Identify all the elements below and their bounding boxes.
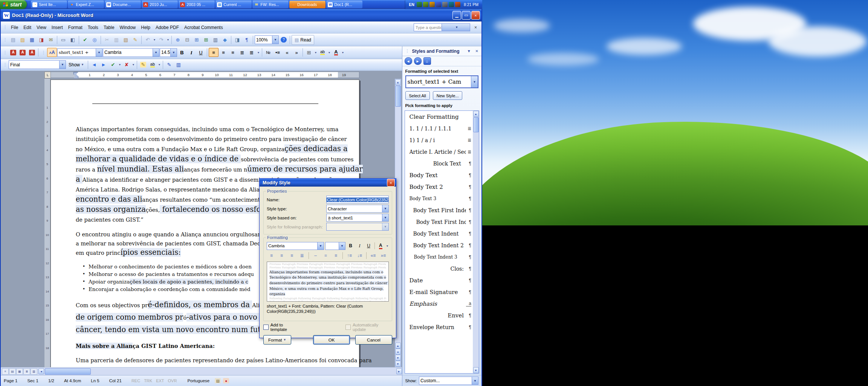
web-layout-view-icon[interactable]: ▤ bbox=[9, 368, 16, 375]
print-preview-icon[interactable]: ◧ bbox=[68, 36, 77, 44]
style-item[interactable]: Envelope Return¶ bbox=[405, 321, 473, 333]
tray-icon[interactable] bbox=[442, 2, 448, 7]
taskbar-button[interactable]: ●Expert Z... bbox=[68, 1, 104, 8]
dialog-align-right-icon[interactable]: ≡ bbox=[287, 251, 296, 260]
permission-icon[interactable]: ◨ bbox=[37, 36, 46, 44]
title-bar[interactable]: W Doc1 (Read-Only) - Microsoft Word ▁ ▭ … bbox=[1, 9, 481, 21]
chevron-down-icon[interactable]: ▼ bbox=[382, 205, 388, 212]
menu-help[interactable]: Help bbox=[138, 24, 153, 31]
scroll-up-icon[interactable]: ▲ bbox=[473, 111, 479, 117]
style-item[interactable]: Body Text 2¶ bbox=[405, 181, 473, 193]
dialog-font-color-icon[interactable]: A bbox=[377, 242, 385, 250]
tray-icon[interactable] bbox=[417, 2, 422, 7]
chevron-down-icon[interactable]: ▼ bbox=[327, 48, 331, 57]
style-type-combo[interactable]: Character ▼ bbox=[326, 205, 389, 213]
toolbar-grip[interactable]: ⋮ bbox=[2, 50, 8, 55]
chevron-down-icon[interactable]: ▼ bbox=[314, 48, 318, 57]
pane-header[interactable]: ⋮ Styles and Formatting ▼ ✕ bbox=[402, 46, 482, 56]
style-item[interactable]: Emphasisa bbox=[405, 298, 473, 309]
new-style-button[interactable]: New Style... bbox=[433, 91, 463, 100]
style-item[interactable]: Body Text Indent 2¶ bbox=[405, 239, 473, 251]
dialog-italic-icon[interactable]: I bbox=[356, 242, 364, 250]
style-item[interactable]: Clear Formatting bbox=[405, 111, 473, 123]
line-spacing-icon[interactable]: ≣ bbox=[247, 48, 256, 57]
convert-to-pdf-email-icon[interactable]: A bbox=[18, 48, 27, 57]
chevron-down-icon[interactable]: ▼ bbox=[157, 61, 161, 69]
chevron-down-icon[interactable]: ▼ bbox=[170, 49, 177, 57]
scroll-down-icon[interactable]: ▼ bbox=[395, 361, 401, 367]
justify-icon[interactable]: ≣ bbox=[238, 48, 247, 57]
style-item[interactable]: Clos:¶ bbox=[405, 263, 473, 274]
menu-window[interactable]: Window bbox=[117, 24, 139, 31]
style-item[interactable]: Date¶ bbox=[405, 274, 473, 286]
tray-icon[interactable] bbox=[423, 2, 428, 7]
pane-scroll-thumb[interactable] bbox=[473, 117, 479, 132]
scroll-left-icon[interactable]: ◄ bbox=[38, 368, 44, 374]
style-item[interactable]: Body Text Indent¶ bbox=[405, 228, 473, 239]
style-item[interactable]: Article I. Article / Sec≣ bbox=[405, 146, 473, 158]
redo-icon[interactable]: ↷ bbox=[157, 36, 166, 44]
ok-button[interactable]: OK bbox=[313, 335, 350, 345]
style-item[interactable]: 1) 1 / a / i≣ bbox=[405, 134, 473, 146]
insert-hyperlink-icon[interactable]: ⊕ bbox=[173, 36, 182, 44]
style-item[interactable]: Body Text First Inde:¶ bbox=[405, 204, 473, 216]
styles-and-formatting-icon[interactable]: AA bbox=[47, 48, 57, 57]
toolbar-grip[interactable]: ⋮ bbox=[2, 25, 8, 30]
font-combo[interactable]: Cambria ▼ bbox=[103, 48, 159, 57]
status-toggle[interactable]: TRK bbox=[144, 378, 152, 383]
toolbar-grip[interactable]: ⋮ bbox=[2, 62, 8, 67]
numbering-icon[interactable]: № bbox=[264, 48, 273, 57]
chevron-down-icon[interactable]: ▼ bbox=[442, 24, 470, 31]
email-icon[interactable]: ✉ bbox=[46, 36, 55, 44]
scroll-down-icon[interactable]: ▼ bbox=[473, 367, 479, 373]
convert-to-pdf-review-icon[interactable]: A bbox=[28, 48, 37, 57]
save-icon[interactable]: ▦ bbox=[28, 36, 37, 44]
tables-borders-icon[interactable]: ⊟ bbox=[183, 36, 192, 44]
insert-excel-icon[interactable]: ⊞ bbox=[202, 36, 211, 44]
menu-format[interactable]: Format bbox=[66, 24, 85, 31]
menu-file[interactable]: File bbox=[8, 24, 21, 31]
dialog-increase-indent-icon[interactable]: »≡ bbox=[379, 251, 388, 260]
vertical-ruler[interactable]: 123456789101112131415161718 bbox=[44, 79, 50, 367]
show-combo[interactable]: Custom... ▼ bbox=[419, 377, 478, 385]
dialog-font-combo[interactable]: Cambria ▼ bbox=[267, 242, 324, 250]
accept-change-icon[interactable]: ✔ bbox=[108, 61, 118, 69]
chevron-down-icon[interactable]: ▼ bbox=[472, 377, 478, 384]
style-item[interactable]: Body Text Indent 3¶ bbox=[405, 251, 473, 263]
dialog-increase-paragraph-spacing-icon[interactable]: ↑≡ bbox=[345, 251, 354, 260]
spelling-grammar-icon[interactable]: ✔ bbox=[81, 36, 90, 44]
cut-icon[interactable]: ✂ bbox=[102, 36, 112, 44]
decrease-indent-icon[interactable]: « bbox=[283, 48, 292, 57]
style-based-on-combo[interactable]: a short_text1 ▼ bbox=[326, 214, 389, 222]
chevron-down-icon[interactable]: ▼ bbox=[257, 48, 260, 57]
tray-icon[interactable] bbox=[436, 2, 441, 7]
chevron-down-icon[interactable]: ▼ bbox=[382, 214, 388, 221]
highlight-icon[interactable]: ab bbox=[318, 48, 327, 57]
help-icon[interactable]: ? bbox=[279, 36, 288, 44]
language-indicator[interactable]: EN bbox=[408, 2, 416, 7]
chevron-down-icon[interactable]: ▼ bbox=[317, 242, 324, 250]
scroll-up-icon[interactable]: ▲ bbox=[395, 79, 401, 85]
spelling-status-book-icon[interactable]: ▤ bbox=[215, 378, 221, 383]
dialog-size-combo[interactable]: ▼ bbox=[325, 242, 345, 250]
style-item[interactable]: E-mail Signature¶ bbox=[405, 286, 473, 298]
align-left-icon[interactable]: ≡ bbox=[209, 48, 219, 57]
chevron-down-icon[interactable]: ▼ bbox=[386, 242, 389, 250]
toolbar-grip[interactable]: ⋮ bbox=[2, 37, 8, 42]
taskbar-button[interactable]: ▤Current ... bbox=[215, 1, 252, 8]
dialog-single-spacing-icon[interactable]: – bbox=[311, 251, 320, 260]
reviewing-pane-icon[interactable]: ▥ bbox=[174, 61, 183, 69]
dialog-close-icon[interactable]: × bbox=[387, 179, 395, 187]
select-browse-object-icon[interactable]: ● bbox=[395, 349, 401, 355]
menu-tools[interactable]: Tools bbox=[85, 24, 101, 31]
dialog-decrease-paragraph-spacing-icon[interactable]: ↓≡ bbox=[355, 251, 364, 260]
style-item[interactable]: Body Text First Ind¶ bbox=[405, 216, 473, 228]
chevron-down-icon[interactable]: ▼ bbox=[471, 76, 478, 87]
style-item[interactable]: Body Text 3¶ bbox=[405, 193, 473, 204]
increase-indent-icon[interactable]: » bbox=[292, 48, 301, 57]
dialog-align-left-icon[interactable]: ≡ bbox=[267, 251, 276, 260]
style-combo[interactable]: short_text1 + ▼ bbox=[57, 48, 102, 57]
chevron-down-icon[interactable]: ▼ bbox=[96, 49, 102, 57]
reading-layout-view-icon[interactable]: ▥ bbox=[31, 368, 37, 375]
open-folder-icon[interactable]: ▨ bbox=[18, 36, 27, 44]
